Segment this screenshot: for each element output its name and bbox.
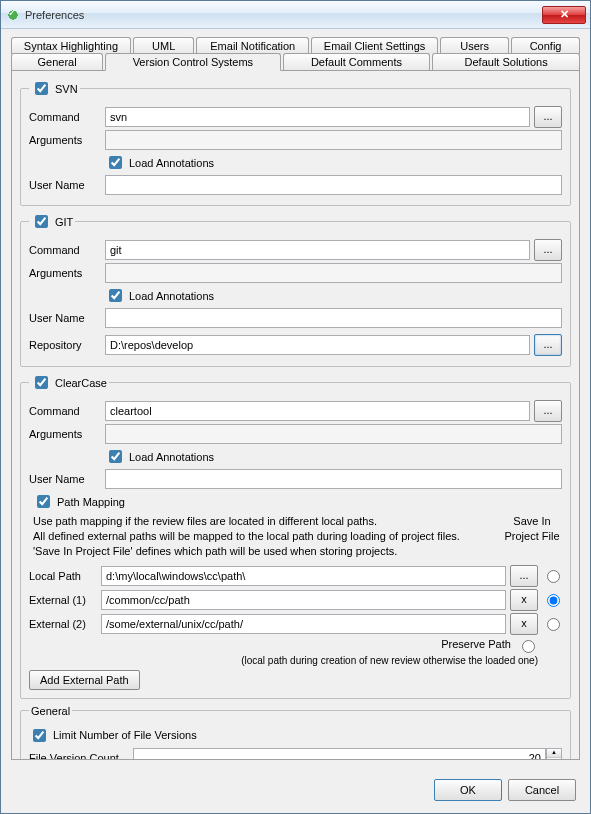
- git-command-input[interactable]: [105, 240, 530, 260]
- spinner-up-icon[interactable]: ▲: [547, 749, 561, 758]
- window-title: Preferences: [25, 9, 542, 21]
- general-legend: General: [29, 705, 72, 717]
- clearcase-command-browse-button[interactable]: ...: [534, 400, 562, 422]
- svn-command-label: Command: [29, 111, 101, 123]
- svn-group: SVN Command ... Arguments Load Annotatio…: [20, 79, 571, 206]
- git-arguments-label: Arguments: [29, 267, 101, 279]
- preserve-path-sublabel: (local path during creation of new revie…: [29, 655, 562, 666]
- git-command-browse-button[interactable]: ...: [534, 239, 562, 261]
- add-external-path-button[interactable]: Add External Path: [29, 670, 140, 690]
- clearcase-legend[interactable]: ClearCase: [31, 373, 107, 392]
- tab-syntax-highlighting[interactable]: Syntax Highlighting: [11, 37, 131, 54]
- cancel-button[interactable]: Cancel: [508, 779, 576, 801]
- clearcase-username-label: User Name: [29, 473, 101, 485]
- svn-legend[interactable]: SVN: [31, 79, 78, 98]
- clearcase-username-input[interactable]: [105, 469, 562, 489]
- git-repository-input[interactable]: [105, 335, 530, 355]
- git-repository-label: Repository: [29, 339, 101, 351]
- path-mapping-description: Use path mapping if the review files are…: [33, 514, 562, 559]
- dialog-footer: OK Cancel: [434, 779, 576, 801]
- tab-default-solutions[interactable]: Default Solutions: [432, 53, 580, 71]
- svn-arguments-label: Arguments: [29, 134, 101, 146]
- git-load-annotations-checkbox[interactable]: [109, 289, 122, 302]
- limit-versions-label: Limit Number of File Versions: [53, 729, 197, 741]
- tab-version-control-systems[interactable]: Version Control Systems: [105, 53, 280, 71]
- external1-input[interactable]: [101, 590, 506, 610]
- tab-email-client-settings[interactable]: Email Client Settings: [311, 37, 438, 54]
- git-legend[interactable]: GIT: [31, 212, 73, 231]
- local-path-label: Local Path: [29, 570, 97, 582]
- save-in-ext2-radio[interactable]: [547, 618, 560, 631]
- clearcase-arguments-label: Arguments: [29, 428, 101, 440]
- git-username-input[interactable]: [105, 308, 562, 328]
- svn-command-browse-button[interactable]: ...: [534, 106, 562, 128]
- file-version-count-label: File Version Count: [29, 752, 129, 760]
- preferences-window: Preferences ✕ Syntax Highlighting UML Em…: [0, 0, 591, 814]
- path-mapping-checkbox[interactable]: [37, 495, 50, 508]
- tab-users[interactable]: Users: [440, 37, 509, 54]
- svn-username-label: User Name: [29, 179, 101, 191]
- svn-load-annotations-checkbox[interactable]: [109, 156, 122, 169]
- external1-remove-button[interactable]: x: [510, 589, 538, 611]
- external2-input[interactable]: [101, 614, 506, 634]
- git-command-label: Command: [29, 244, 101, 256]
- svn-enable-checkbox[interactable]: [35, 82, 48, 95]
- external1-label: External (1): [29, 594, 97, 606]
- app-icon: [5, 7, 21, 23]
- git-load-annotations-label: Load Annotations: [129, 290, 214, 302]
- local-path-browse-button[interactable]: ...: [510, 565, 538, 587]
- ok-button[interactable]: OK: [434, 779, 502, 801]
- tab-default-comments[interactable]: Default Comments: [283, 53, 431, 71]
- save-in-ext1-radio[interactable]: [547, 594, 560, 607]
- clearcase-command-label: Command: [29, 405, 101, 417]
- clearcase-command-input[interactable]: [105, 401, 530, 421]
- close-button[interactable]: ✕: [542, 6, 586, 24]
- file-version-count-spinner[interactable]: ▲ ▼: [546, 748, 562, 760]
- clearcase-load-annotations-label: Load Annotations: [129, 451, 214, 463]
- tabs-row-2: General Version Control Systems Default …: [11, 53, 580, 71]
- git-enable-checkbox[interactable]: [35, 215, 48, 228]
- preserve-path-label: Preserve Path: [441, 637, 511, 649]
- clearcase-arguments-input[interactable]: [105, 424, 562, 444]
- path-mapping-label: Path Mapping: [57, 496, 125, 508]
- save-in-preserve-radio[interactable]: [522, 640, 535, 653]
- clearcase-enable-checkbox[interactable]: [35, 376, 48, 389]
- external2-remove-button[interactable]: x: [510, 613, 538, 635]
- svn-username-input[interactable]: [105, 175, 562, 195]
- tab-uml[interactable]: UML: [133, 37, 195, 54]
- clearcase-group: ClearCase Command ... Arguments Load Ann…: [20, 373, 571, 699]
- save-in-local-radio[interactable]: [547, 570, 560, 583]
- tab-general[interactable]: General: [11, 53, 103, 71]
- content-area: Syntax Highlighting UML Email Notificati…: [1, 29, 590, 768]
- git-arguments-input[interactable]: [105, 263, 562, 283]
- git-username-label: User Name: [29, 312, 101, 324]
- tab-email-notification[interactable]: Email Notification: [196, 37, 309, 54]
- svn-arguments-input[interactable]: [105, 130, 562, 150]
- external2-label: External (2): [29, 618, 97, 630]
- file-version-count-input[interactable]: [133, 748, 546, 760]
- git-group: GIT Command ... Arguments Load Annotatio…: [20, 212, 571, 367]
- local-path-input[interactable]: [101, 566, 506, 586]
- git-repository-browse-button[interactable]: ...: [534, 334, 562, 356]
- clearcase-load-annotations-checkbox[interactable]: [109, 450, 122, 463]
- tab-config[interactable]: Config: [511, 37, 580, 54]
- general-group: General Limit Number of File Versions Fi…: [20, 705, 571, 760]
- limit-versions-checkbox[interactable]: [33, 729, 46, 742]
- svn-load-annotations-label: Load Annotations: [129, 157, 214, 169]
- spinner-down-icon[interactable]: ▼: [547, 758, 561, 760]
- tab-panel-vcs: SVN Command ... Arguments Load Annotatio…: [11, 70, 580, 760]
- titlebar: Preferences ✕: [1, 1, 590, 29]
- tabs-row-1: Syntax Highlighting UML Email Notificati…: [11, 37, 580, 54]
- svn-command-input[interactable]: [105, 107, 530, 127]
